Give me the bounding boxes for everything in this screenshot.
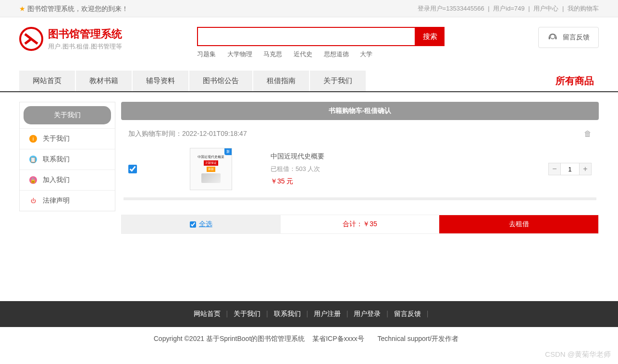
divider — [124, 197, 596, 200]
footer-link-home[interactable]: 网站首页 — [194, 310, 221, 317]
added-time-label: 加入购物车时间：2022-12-01T09:18:47 — [128, 130, 247, 138]
header: 图书馆管理系统 用户.图书.租借.图书管理等 搜索 习题集 大学物理 马克思 近… — [0, 17, 618, 63]
search-area: 搜索 习题集 大学物理 马克思 近代史 思想道德 大学 — [197, 27, 452, 59]
search-input[interactable] — [197, 27, 416, 46]
nav-item-notices[interactable]: 图书馆公告 — [189, 71, 252, 91]
svg-rect-2 — [549, 37, 550, 39]
book-meta: 已租借：503 人次 — [271, 165, 548, 173]
qty-input[interactable] — [560, 163, 580, 175]
footer-link-register[interactable]: 用户注册 — [314, 310, 341, 317]
hot-word-link[interactable]: 大学物理 — [227, 50, 252, 58]
my-cart-link[interactable]: 我的购物车 — [568, 5, 599, 12]
nav-item-books[interactable]: 教材书籍 — [76, 71, 132, 91]
sidebar-item-about[interactable]: i 关于我们 — [20, 128, 115, 149]
footer-nav: 网站首页 | 关于我们 | 联系我们 | 用户注册 | 用户登录 | 留言反馈 … — [0, 301, 618, 327]
qty-minus-button[interactable]: − — [549, 163, 560, 175]
sidebar-item-join[interactable]: 🔒 加入我们 — [20, 170, 115, 190]
footer-tech-link[interactable]: Technical support/开发作者 — [377, 335, 458, 342]
book-price: ￥35 元 — [271, 177, 548, 186]
feedback-button[interactable]: 留言反馈 — [538, 27, 599, 48]
welcome-text: ★图书馆管理系统，欢迎您的到来！ — [19, 0, 128, 17]
panel-title: 书籍购物车-租借确认 — [121, 102, 599, 120]
select-all-checkbox[interactable] — [190, 221, 196, 228]
user-center-link[interactable]: 用户中心 — [533, 5, 558, 12]
trash-icon[interactable]: 🗑 — [584, 130, 592, 138]
footer-copyright: Copyright ©2021 基于SprintBoot的图书馆管理系统 某省I… — [0, 327, 618, 351]
login-user-label: 登录用户=13533445566 — [418, 5, 484, 12]
top-right-links: 登录用户=13533445566 | 用户id=749 | 用户中心 | 我的购… — [418, 0, 599, 17]
power-icon: ⏻ — [29, 197, 37, 205]
item-checkbox[interactable] — [128, 165, 137, 173]
qty-plus-button[interactable]: + — [580, 163, 591, 175]
clipboard-icon: 📋 — [29, 156, 37, 163]
select-all-link[interactable]: 全选 — [199, 220, 212, 229]
sidebar-item-legal[interactable]: ⏻ 法律声明 — [20, 190, 115, 211]
headset-icon — [547, 32, 558, 43]
user-id-label: 用户id=749 — [493, 5, 524, 12]
sidebar-item-contact[interactable]: 📋 联系我们 — [20, 149, 115, 170]
sidebar-title: 关于我们 — [24, 106, 111, 124]
hot-word-link[interactable]: 近代史 — [294, 50, 312, 58]
footer-link-about[interactable]: 关于我们 — [234, 310, 260, 317]
watermark: CSDN @黄菊华老师 — [545, 350, 611, 351]
site-logo-icon — [19, 27, 43, 51]
logo-area: 图书馆管理系统 用户.图书.租借.图书管理等 — [19, 27, 197, 51]
sidebar: 关于我们 i 关于我们 📋 联系我们 🔒 加入我们 ⏻ 法律声明 — [19, 102, 115, 211]
hot-word-link[interactable]: 习题集 — [197, 50, 216, 58]
footer-link-feedback[interactable]: 留言反馈 — [394, 310, 421, 317]
star-icon: ★ — [19, 5, 25, 12]
svg-rect-3 — [556, 37, 557, 39]
page-footer: 网站首页 | 关于我们 | 联系我们 | 用户注册 | 用户登录 | 留言反馈 … — [0, 301, 618, 351]
hot-word-link[interactable]: 思想道德 — [324, 50, 349, 58]
nav-item-guide[interactable]: 租借指南 — [253, 71, 309, 91]
svg-point-1 — [550, 35, 555, 39]
site-subtitle: 用户.图书.租借.图书管理等 — [48, 42, 122, 51]
nav-item-materials[interactable]: 辅导资料 — [133, 71, 188, 91]
cart-item-row: 新 中国近现代史概要 正版保证 新版 中国近现代史概要 已租借：503 人次 ￥… — [121, 143, 599, 197]
lock-icon: 🔒 — [29, 176, 37, 184]
hot-word-link[interactable]: 马克思 — [263, 50, 282, 58]
book-cover-image: 新 中国近现代史概要 正版保证 新版 — [190, 148, 232, 190]
footer-icp-link[interactable]: 某省ICP备xxxx号 — [312, 335, 364, 342]
quantity-stepper: − + — [548, 163, 592, 175]
footer-link-contact[interactable]: 联系我们 — [274, 310, 301, 317]
hot-words: 习题集 大学物理 马克思 近代史 思想道德 大学 — [197, 50, 452, 59]
search-button[interactable]: 搜索 — [416, 27, 445, 46]
nav-all-products[interactable]: 所有商品 — [556, 74, 599, 87]
book-title: 中国近现代史概要 — [271, 152, 548, 161]
cart-footer: 全选 合计：￥35 去租借 — [121, 215, 599, 234]
main-nav: 网站首页 教材书籍 辅导资料 图书馆公告 租借指南 关于我们 所有商品 — [0, 71, 618, 92]
nav-item-home[interactable]: 网站首页 — [19, 71, 75, 91]
site-title: 图书馆管理系统 — [48, 27, 122, 41]
main-content: 关于我们 i 关于我们 📋 联系我们 🔒 加入我们 ⏻ 法律声明 书籍购物车-租… — [0, 92, 618, 243]
total-label: 合计：￥35 — [281, 215, 440, 233]
hot-word-link[interactable]: 大学 — [360, 50, 372, 58]
info-icon: i — [29, 135, 37, 143]
select-all-section: 全选 — [122, 215, 281, 233]
top-bar: ★图书馆管理系统，欢迎您的到来！ 登录用户=13533445566 | 用户id… — [0, 0, 618, 17]
cart-panel: 书籍购物车-租借确认 加入购物车时间：2022-12-01T09:18:47 🗑… — [121, 102, 599, 234]
nav-item-about[interactable]: 关于我们 — [310, 71, 366, 91]
footer-link-login[interactable]: 用户登录 — [354, 310, 381, 317]
rent-button[interactable]: 去租借 — [439, 215, 598, 233]
